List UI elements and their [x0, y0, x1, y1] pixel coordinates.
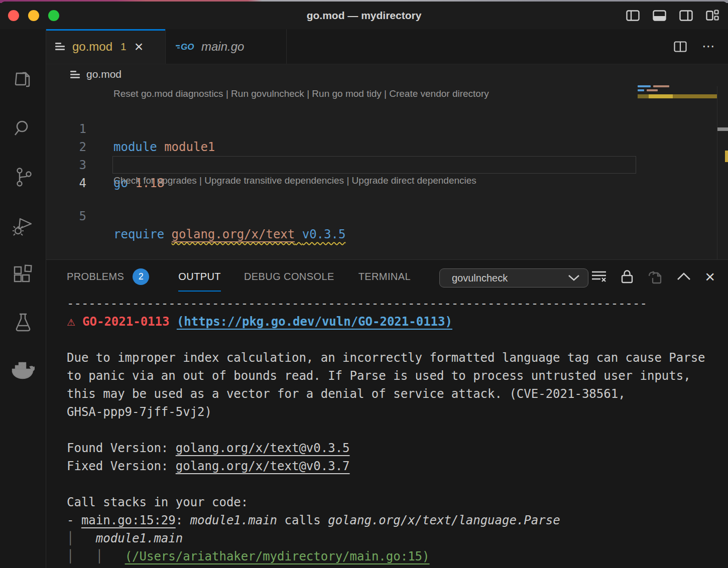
close-panel-icon[interactable]: ×: [705, 268, 715, 285]
toggle-panel-icon[interactable]: [653, 10, 666, 21]
stack-tree-bar: │: [67, 531, 74, 545]
tab-label: go.mod: [72, 40, 112, 54]
maximize-panel-icon[interactable]: [677, 272, 691, 280]
title-bar: go.mod — mydirectory: [0, 2, 728, 29]
tab-maingo[interactable]: GO main.go: [166, 29, 287, 64]
called-function: golang.org/x/text/language.Parse: [328, 513, 560, 527]
overview-ruler-border: [717, 86, 717, 259]
tab-gomod[interactable]: go.mod 1 ×: [46, 29, 166, 64]
code-line-2: 2: [46, 120, 728, 138]
minimap-warning-line: [638, 94, 717, 98]
chevron-down-icon: [568, 274, 580, 281]
window-title: go.mod — mydirectory: [0, 2, 728, 29]
description-line: to panic via an out of bounds read. If P…: [67, 367, 728, 385]
extensions-icon[interactable]: [0, 259, 46, 290]
gomod-file-icon: [55, 41, 65, 52]
call-stack-line-3: │ │ (/Users/ariathaker/mydirectory/main.…: [67, 547, 728, 565]
code-line-5: 5 require golang.org/x/text v0.3.5: [46, 189, 728, 207]
current-line-highlight: [112, 156, 636, 174]
tab-problems[interactable]: PROBLEMS 2: [67, 260, 149, 293]
stack-location-link[interactable]: main.go:15:29: [81, 513, 176, 527]
dependency-link[interactable]: golang.org/x/text: [172, 227, 295, 242]
gomod-file-icon: [70, 69, 80, 80]
svg-text:GO: GO: [181, 42, 194, 52]
breadcrumb-file: go.mod: [86, 68, 122, 80]
lock-autoscroll-icon[interactable]: [621, 269, 634, 284]
problems-count-badge: 2: [133, 268, 149, 285]
docker-icon[interactable]: [0, 356, 46, 386]
close-tab-icon[interactable]: ×: [135, 39, 144, 54]
found-version-link[interactable]: golang.org/x/text@v0.3.5: [176, 441, 350, 455]
vulnerability-header: ⚠GO-2021-0113 (https://pkg.go.dev/vuln/G…: [67, 313, 728, 331]
caller-function: module1.main: [190, 513, 277, 527]
description-line: Due to improper index calculation, an in…: [67, 349, 728, 367]
panel-header: PROBLEMS 2 OUTPUT DEBUG CONSOLE TERMINAL…: [46, 260, 728, 293]
toggle-primary-sidebar-icon[interactable]: [626, 10, 640, 21]
stack-function: module1.main: [96, 531, 183, 545]
stack-tree-bar: │: [96, 549, 103, 563]
call-stacks-header: Call stacks in your code:: [67, 493, 728, 511]
vscode-window: go.mod — mydirectory: [0, 2, 728, 568]
keyword-require: require: [113, 227, 164, 241]
open-log-file-icon[interactable]: [648, 269, 663, 284]
output-separator: ----------------------------------------…: [67, 295, 728, 313]
vulnerability-id: GO-2021-0113: [82, 315, 169, 329]
output-channel-dropdown[interactable]: govulncheck: [439, 268, 588, 288]
testing-icon[interactable]: [0, 308, 46, 338]
minimap[interactable]: [638, 85, 717, 166]
activity-bar: [0, 29, 46, 568]
tab-problems-count: 1: [120, 41, 127, 53]
found-version-row: Found Version: golang.org/x/text@v0.3.5: [67, 439, 728, 457]
stack-tree-bar: │: [67, 549, 74, 563]
explorer-icon[interactable]: [0, 65, 46, 95]
call-stack-line-2: │ module1.main: [67, 529, 728, 547]
more-actions-icon[interactable]: ⋯: [702, 39, 716, 54]
minimap-line: [638, 89, 644, 91]
fixed-version-row: Fixed Version: golang.org/x/text@v0.3.7: [67, 457, 728, 475]
run-debug-icon[interactable]: [0, 211, 46, 241]
codelens-dependency-actions[interactable]: Check for upgrades | Upgrade transitive …: [113, 175, 476, 186]
search-icon[interactable]: [0, 113, 46, 144]
scrollbar-cursor-mark: [717, 127, 728, 131]
editor-area[interactable]: go.mod Reset go.mod diagnostics | Run go…: [46, 64, 728, 259]
tab-output[interactable]: OUTPUT: [178, 260, 221, 293]
dependency-version: v0.3.5: [302, 227, 346, 241]
go-file-icon: GO: [175, 41, 195, 52]
warning-icon: ⚠: [67, 317, 75, 328]
clear-output-icon[interactable]: [591, 269, 606, 283]
minimap-line: [647, 89, 658, 91]
tab-debug-console[interactable]: DEBUG CONSOLE: [244, 260, 334, 293]
output-channel-value: govulncheck: [452, 272, 508, 284]
code-line-1: 1 module module1: [46, 102, 728, 120]
minimap-line: [638, 85, 651, 87]
codelens-gomod-actions[interactable]: Reset go.mod diagnostics | Run govulnche…: [113, 88, 489, 99]
toggle-secondary-sidebar-icon[interactable]: [679, 10, 693, 21]
description-line: this may be used as a vector for a denia…: [67, 385, 728, 403]
description-line: GHSA-ppp9-7jff-5vj2): [67, 403, 728, 421]
fixed-version-link[interactable]: golang.org/x/text@v0.3.7: [176, 459, 350, 473]
overview-ruler-warning-mark: [725, 151, 728, 162]
active-tab-indicator: [46, 29, 165, 31]
line-number: 5: [46, 207, 86, 225]
tab-terminal[interactable]: TERMINAL: [358, 260, 411, 293]
editor-tab-bar: go.mod 1 × GO main.go ⋯: [46, 29, 728, 64]
minimap-line: [653, 85, 669, 87]
source-control-icon[interactable]: [0, 162, 46, 192]
tab-label: main.go: [201, 40, 244, 54]
output-console[interactable]: ----------------------------------------…: [46, 293, 728, 568]
call-stack-line-1: - main.go:15:29: module1.main calls gola…: [67, 511, 728, 529]
customize-layout-icon[interactable]: [706, 10, 719, 22]
vulnerability-url-link[interactable]: (https://pkg.go.dev/vuln/GO-2021-0113): [177, 315, 452, 329]
split-editor-icon[interactable]: [674, 41, 687, 52]
code-line-3: 3 go 1.18: [46, 138, 728, 156]
stack-file-link[interactable]: (/Users/ariathaker/mydirectory/main.go:1…: [125, 549, 430, 563]
bottom-panel: PROBLEMS 2 OUTPUT DEBUG CONSOLE TERMINAL…: [46, 259, 728, 568]
breadcrumb[interactable]: go.mod: [70, 68, 122, 80]
